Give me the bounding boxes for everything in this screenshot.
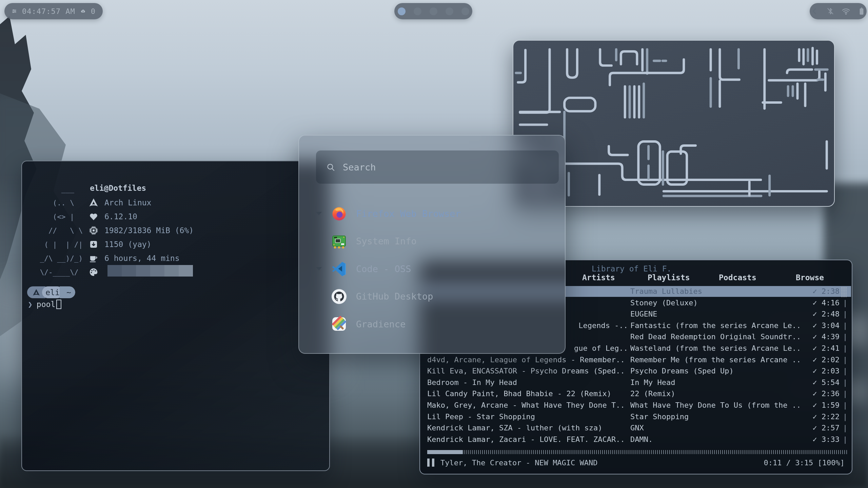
clock[interactable]: 04:47:57 AM: [22, 7, 75, 16]
fetch-value: 6.12.10: [104, 212, 137, 221]
workspace-dot-5[interactable]: [461, 7, 469, 15]
workspace-dot-2[interactable]: [414, 7, 421, 15]
scrollbar-track: |: [843, 367, 847, 375]
track-artist-title: Kendrick Lamar, SZA - luther (with sza): [427, 424, 628, 432]
workspace-dot-1[interactable]: [398, 7, 406, 15]
pause-icon[interactable]: [427, 459, 434, 467]
tab-artists[interactable]: Artists: [582, 273, 615, 282]
app-launcher[interactable]: Firefox Web BrowserSystem InfoCode - OSS…: [298, 135, 566, 354]
track-duration: ✓ 4:16: [790, 299, 840, 307]
workspace-dot-4[interactable]: [446, 7, 453, 15]
terminal-cursor: [56, 300, 61, 309]
track-duration: ✓ 5:54: [790, 378, 840, 387]
palette-icon: [88, 267, 99, 277]
scrollbar-track: |: [843, 332, 847, 341]
scrollbar-track: |: [843, 424, 847, 432]
github-icon: [331, 288, 347, 305]
cloud-download-icon[interactable]: [81, 7, 85, 16]
track-row[interactable]: Bedroom - In My HeadIn My Head✓ 5:54|: [421, 377, 851, 388]
terminal-window[interactable]: ___ (.. \ (<> | // \ \ ( | | /| _/\ __)/…: [21, 161, 330, 471]
status-pill-left: 04:47:57 AM 0: [4, 3, 103, 19]
bluetooth-off-icon[interactable]: [826, 7, 835, 16]
track-duration: ✓ 2:57: [790, 424, 840, 432]
scrollbar-track: |: [843, 378, 847, 387]
fetch-title: eli@Dotfiles: [90, 184, 146, 192]
kernel-icon: [88, 211, 99, 222]
workspace-indicator: [394, 3, 472, 19]
app-label: System Info: [356, 236, 417, 246]
tab-browse[interactable]: Browse: [796, 273, 824, 282]
app-row-system-info[interactable]: System Info: [299, 230, 565, 252]
player-title: Library of Eli F.: [592, 264, 671, 273]
search-box[interactable]: [316, 150, 559, 184]
scrollbar-track: |: [843, 389, 847, 398]
track-row[interactable]: Lil Candy Paint, Bhad Bhabie - 22 (Remix…: [421, 388, 851, 399]
updates-count: 0: [91, 7, 95, 16]
color-swatch: [150, 265, 164, 277]
color-swatch: [107, 265, 122, 277]
prompt-directory: ~: [60, 286, 75, 298]
track-duration: ✓ 2:02: [790, 355, 840, 364]
system-info-icon: [331, 233, 347, 249]
wifi-icon[interactable]: [842, 7, 850, 16]
track-row[interactable]: d4vd, Arcane, League of Legends - Rememb…: [421, 354, 851, 365]
track-duration: ✓ 2:22: [790, 412, 840, 421]
desktop: ___ (.. \ (<> | // \ \ ( | | /| _/\ __)/…: [0, 0, 868, 488]
track-duration: ✓ 2:38: [790, 287, 840, 296]
tab-playlists[interactable]: Playlists: [648, 273, 690, 282]
track-artist-title: d4vd, Arcane, League of Legends - Rememb…: [427, 355, 628, 364]
app-row-github-desktop[interactable]: GitHub Desktop: [299, 286, 565, 307]
progress-bar[interactable]: [427, 450, 847, 454]
fetch-row: 1150 (yay): [88, 237, 151, 251]
track-duration: ✓ 3:04: [790, 321, 840, 330]
track-row[interactable]: Kendrick Lamar, SZA - luther (with sza)G…: [421, 423, 851, 433]
app-label: Gradience: [356, 319, 406, 329]
terminal-color-palette: [107, 265, 193, 277]
track-artist-title: Lil Peep - Star Shopping: [427, 412, 628, 421]
uptime-icon: [88, 253, 99, 263]
track-duration: ✓ 2:03: [790, 367, 840, 375]
app-label: GitHub Desktop: [356, 291, 433, 302]
track-artist-title: Bedroom - In My Head: [427, 378, 628, 387]
scrollbar-track: |: [843, 321, 847, 330]
workspace-dot-3[interactable]: [430, 7, 437, 15]
track-artist-title: Mako, Grey, Arcane - What Have They Done…: [427, 401, 628, 409]
packages-icon: [88, 239, 99, 249]
track-artist-title: Kendrick Lamar, Zacari - LOVE. FEAT. ZAC…: [427, 435, 628, 444]
app-row-firefox-web-browser[interactable]: Firefox Web Browser: [299, 203, 565, 224]
fetch-row-colors: [88, 265, 99, 279]
track-duration: ✓ 1:59: [790, 401, 840, 409]
scrollbar-track: |: [843, 355, 847, 364]
fetch-row: 6 hours, 44 mins: [88, 251, 180, 265]
memory-icon: [88, 225, 99, 236]
color-swatch: [122, 265, 136, 277]
sliders-icon[interactable]: [12, 7, 17, 16]
command-line[interactable]: ❯ pool: [28, 300, 61, 309]
app-row-gradience[interactable]: Gradience: [299, 313, 565, 335]
scrollbar-track: |: [843, 412, 847, 421]
fetch-row: 6.12.10: [88, 209, 137, 223]
command-text: pool: [37, 300, 55, 309]
tab-podcasts[interactable]: Podcasts: [719, 273, 756, 282]
track-row[interactable]: Mako, Grey, Arcane - What Have They Done…: [421, 400, 851, 411]
track-duration: ✓ 4:39: [790, 332, 840, 341]
shell-prompt: eli ~: [27, 286, 75, 298]
scrollbar-track: |: [843, 435, 847, 444]
chevron-left-icon[interactable]: [810, 7, 819, 16]
scrollbar-track: |: [843, 310, 847, 318]
color-swatch: [179, 265, 193, 277]
track-row[interactable]: Lil Peep - Star ShoppingStar Shopping✓ 2…: [421, 411, 851, 422]
search-input[interactable]: [343, 162, 549, 172]
track-duration: ✓ 2:36: [790, 389, 840, 398]
track-row[interactable]: Kill Eva, ENCASSATOR - Psycho Dreams (Sp…: [421, 366, 851, 377]
now-playing-text: Tyler, The Creator - NEW MAGIC WAND: [440, 459, 598, 467]
track-row[interactable]: Kendrick Lamar, Zacari - LOVE. FEAT. ZAC…: [421, 434, 851, 445]
arch-icon: [88, 198, 99, 208]
app-row-code-oss[interactable]: Code - OSS: [299, 258, 565, 280]
track-artist-title: Lil Candy Paint, Bhad Bhabie - 22 (Remix…: [427, 389, 628, 398]
scrollbar-thumb[interactable]: [841, 287, 847, 297]
scrollbar-track: |: [843, 299, 847, 307]
fetch-value: 1982/31836 MiB (6%): [104, 226, 194, 235]
track-duration: ✓ 2:48: [790, 310, 840, 318]
battery-icon[interactable]: [857, 7, 866, 16]
